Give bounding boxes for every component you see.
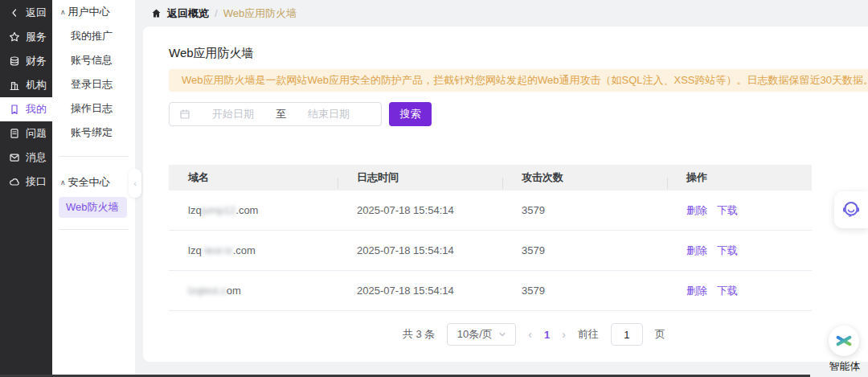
sidebar-item-services[interactable]: 服务	[0, 25, 52, 49]
content-card: Web应用防火墙 Web应用防火墙是一款网站Web应用安全的防护产品，拦截针对您…	[143, 27, 868, 362]
table-header: 域名 日志时间 攻击次数 操作	[169, 165, 812, 191]
page-title: Web应用防火墙	[169, 46, 868, 60]
pagination-total: 共 3 条	[403, 327, 435, 342]
breadcrumb-current: Web应用防火墙	[223, 6, 297, 21]
delete-link[interactable]: 删除	[686, 204, 707, 216]
sidebar-item-label: 接口	[26, 174, 47, 189]
pagination: 共 3 条 10条/页 ‹ 1 › 前往 1 页	[169, 323, 868, 346]
submenu-item-account-info[interactable]: 账号信息	[52, 48, 135, 72]
building-icon	[9, 80, 20, 91]
mail-icon	[9, 152, 20, 163]
table-row: lzqjump12.com 2025-07-18 15:54:14 3579 删…	[169, 191, 812, 231]
log-time-cell: 2025-07-18 15:54:14	[338, 285, 502, 297]
sidebar-item-mine[interactable]: 我的	[0, 97, 52, 121]
download-link[interactable]: 下载	[717, 204, 738, 216]
date-range-input[interactable]: 开始日期 至 结束日期	[169, 102, 382, 126]
submenu-item-login-log[interactable]: 登录日志	[52, 72, 135, 96]
submenu-item-operation-log[interactable]: 操作日志	[52, 96, 135, 121]
goto-label: 前往	[578, 327, 599, 342]
table-row: lzqtest.com 2025-07-18 15:54:14 3579 删除下…	[169, 271, 812, 311]
download-link[interactable]: 下载	[717, 244, 738, 256]
table-row: lzq-test-lz.com 2025-07-18 15:54:14 3579…	[169, 231, 812, 271]
collapse-caret-icon: ∧	[60, 8, 66, 16]
column-header-log-time: 日志时间	[338, 170, 502, 185]
chevron-left-icon: ‹	[133, 178, 137, 188]
submenu-item-account-binding[interactable]: 账号绑定	[52, 121, 135, 145]
sidebar-item-finance[interactable]: 财务	[0, 49, 52, 73]
sidebar-item-api[interactable]: 接口	[0, 170, 52, 194]
breadcrumb: 返回概览 / Web应用防火墙	[135, 0, 868, 27]
customer-service-button[interactable]	[834, 191, 868, 228]
date-range-to-label: 至	[276, 107, 286, 121]
page-unit-label: 页	[655, 327, 665, 342]
search-button[interactable]: 搜索	[389, 102, 432, 126]
log-time-cell: 2025-07-18 15:54:14	[338, 204, 502, 216]
domain-cell: lzq-test-lz.com	[169, 244, 338, 256]
agent-logo[interactable]	[829, 326, 859, 356]
sidebar-item-label: 机构	[26, 78, 47, 92]
group-security-center[interactable]: ∧ 安全中心	[52, 170, 135, 195]
current-page[interactable]: 1	[544, 329, 550, 341]
actions-cell: 删除下载	[667, 244, 812, 258]
start-date-placeholder: 开始日期	[190, 107, 276, 121]
sidebar-item-label: 消息	[26, 150, 47, 165]
domain-masked: jump12	[202, 204, 236, 216]
page-size-select[interactable]: 10条/页	[447, 323, 516, 346]
attack-count-cell: 3579	[502, 285, 667, 297]
domain-suffix: .com	[233, 244, 256, 256]
goto-page-input[interactable]: 1	[611, 323, 643, 346]
breadcrumb-separator: /	[215, 7, 218, 19]
sidebar-item-label: 服务	[26, 30, 47, 44]
prev-page-button[interactable]: ‹	[528, 328, 532, 341]
sidebar-item-issues[interactable]: 问题	[0, 121, 52, 145]
domain-cell: lzqjump12.com	[169, 204, 338, 216]
column-header-actions: 操作	[667, 170, 812, 185]
next-page-button[interactable]: ›	[562, 328, 566, 341]
sidebar-item-label: 我的	[26, 102, 47, 117]
group-user-center[interactable]: ∧ 用户中心	[52, 0, 135, 24]
sidebar-item-back[interactable]: 返回	[0, 1, 52, 25]
column-header-domain: 域名	[169, 170, 338, 185]
secondary-sidebar: ∧ 用户中心 我的推广 账号信息 登录日志 操作日志 账号绑定 ∧ 安全中心 W…	[52, 0, 135, 377]
agent-label: 智能体	[820, 359, 868, 374]
sidebar-collapse-handle[interactable]: ‹	[129, 169, 141, 198]
sidebar-item-label: 财务	[26, 54, 47, 68]
log-time-cell: 2025-07-18 15:54:14	[338, 244, 502, 256]
primary-sidebar: 返回 服务 财务 机构 我的 问题	[0, 0, 52, 377]
info-banner-text: Web应用防火墙是一款网站Web应用安全的防护产品，拦截针对您网站发起的Web通…	[182, 73, 868, 88]
breadcrumb-back-link[interactable]: 返回概览	[167, 6, 209, 21]
asterisk-icon	[834, 331, 854, 350]
divider	[60, 156, 129, 157]
attack-count-cell: 3579	[502, 204, 667, 216]
sidebar-item-messages[interactable]: 消息	[0, 145, 52, 170]
log-table: 域名 日志时间 攻击次数 操作 lzqjump12.com 2025-07-18…	[169, 165, 812, 311]
column-header-attack-count: 攻击次数	[502, 170, 667, 185]
divider	[60, 229, 129, 230]
domain-prefix: lzq	[188, 204, 202, 216]
domain-suffix: .com	[235, 204, 258, 216]
domain-cell: lzqtest.com	[169, 285, 338, 297]
filter-bar: 开始日期 至 结束日期 搜索	[169, 102, 868, 126]
sidebar-item-label: 返回	[26, 6, 47, 20]
collapse-caret-icon: ∧	[60, 178, 66, 186]
delete-link[interactable]: 删除	[686, 244, 707, 256]
domain-masked: lzqtest.c	[188, 285, 227, 297]
download-link[interactable]: 下载	[717, 285, 738, 297]
app-root: 返回 服务 财务 机构 我的 问题	[0, 0, 868, 377]
actions-cell: 删除下载	[667, 284, 812, 298]
end-date-placeholder: 结束日期	[286, 107, 371, 121]
calendar-icon	[179, 109, 190, 120]
submenu-item-promotion[interactable]: 我的推广	[52, 24, 135, 48]
submenu-item-web-firewall-active[interactable]: Web防火墙	[59, 197, 127, 218]
sidebar-item-org[interactable]: 机构	[0, 73, 52, 97]
attack-count-cell: 3579	[502, 244, 667, 256]
domain-suffix: om	[227, 285, 241, 297]
sidebar-item-label: 问题	[26, 126, 47, 141]
chevron-left-icon	[9, 7, 20, 18]
delete-link[interactable]: 删除	[686, 285, 707, 297]
bookmark-icon	[9, 104, 20, 115]
info-banner: Web应用防火墙是一款网站Web应用安全的防护产品，拦截针对您网站发起的Web通…	[169, 69, 868, 92]
actions-cell: 删除下载	[667, 203, 812, 218]
star-icon	[9, 31, 20, 43]
page-size-value: 10条/页	[457, 327, 493, 342]
